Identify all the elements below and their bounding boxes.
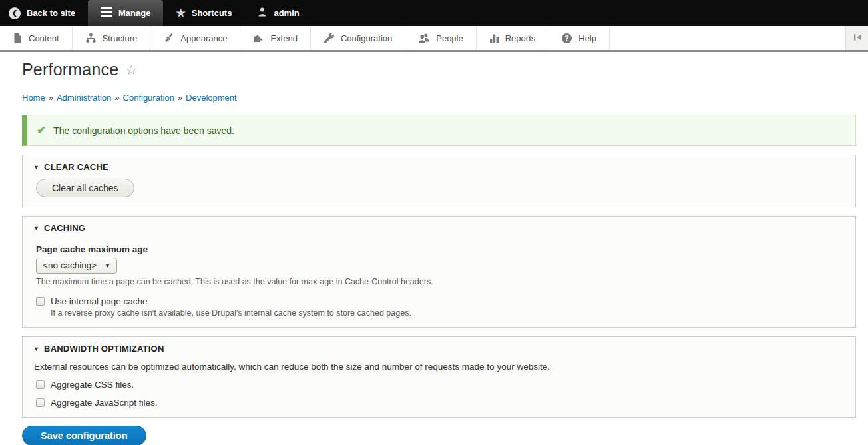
- caching-title: CACHING: [44, 223, 85, 233]
- aggregate-js-checkbox[interactable]: [36, 398, 45, 407]
- menu-label: Reports: [505, 33, 536, 43]
- page-title: Performance: [22, 60, 118, 79]
- clear-cache-summary[interactable]: ▼ CLEAR CACHE: [33, 162, 845, 172]
- clear-cache-section: ▼ CLEAR CACHE Clear all caches: [22, 155, 856, 207]
- menu-item-reports[interactable]: Reports: [477, 26, 549, 50]
- shortcuts-tab[interactable]: ★ Shortcuts: [163, 0, 244, 26]
- clear-cache-title: CLEAR CACHE: [44, 162, 108, 172]
- caching-summary[interactable]: ▼ CACHING: [33, 223, 845, 233]
- admin-user-tab[interactable]: admin: [244, 0, 312, 26]
- admin-label: admin: [274, 8, 299, 18]
- page-cache-max-age-description: The maximum time a page can be cached. T…: [36, 277, 845, 286]
- menu-item-help[interactable]: ? Help: [548, 26, 610, 50]
- shortcut-star-icon[interactable]: ☆: [125, 62, 137, 78]
- menu-bar-spacer: [610, 26, 845, 50]
- save-configuration-button[interactable]: Save configuration: [22, 426, 146, 445]
- breadcrumb-separator: »: [178, 93, 182, 103]
- star-icon: ★: [176, 8, 185, 19]
- document-icon: [13, 33, 23, 43]
- menu-label: Appearance: [180, 33, 227, 43]
- breadcrumb-development[interactable]: Development: [186, 93, 237, 103]
- use-internal-page-cache-description: If a reverse proxy cache isn't available…: [51, 308, 845, 318]
- breadcrumb: Home»Administration»Configuration»Develo…: [22, 93, 856, 103]
- menu-item-people[interactable]: People: [405, 26, 476, 50]
- menu-item-extend[interactable]: Extend: [240, 26, 310, 50]
- chevron-down-icon: ▼: [33, 225, 39, 232]
- breadcrumb-configuration[interactable]: Configuration: [123, 93, 174, 103]
- back-to-site-label: Back to site: [27, 8, 75, 18]
- select-value: <no caching>: [43, 260, 97, 270]
- back-to-site-link[interactable]: ❮ Back to site: [0, 0, 88, 26]
- question-icon: ?: [561, 33, 572, 44]
- bandwidth-optimization-description: External resources can be optimized auto…: [34, 362, 845, 372]
- aggregate-js-label[interactable]: Aggregate JavaScript files.: [51, 398, 158, 408]
- breadcrumb-separator: »: [49, 93, 53, 103]
- admin-menu-bar: Content Structure Appearance Extend: [0, 26, 868, 52]
- wrench-icon: [324, 33, 335, 43]
- bar-chart-icon: [489, 33, 499, 43]
- status-message-text: The configuration options have been save…: [53, 125, 234, 136]
- breadcrumb-administration[interactable]: Administration: [57, 93, 111, 103]
- page-cache-max-age-select[interactable]: <no caching> ▼: [36, 258, 117, 274]
- caret-down-icon: ▼: [105, 262, 110, 269]
- use-internal-page-cache-checkbox[interactable]: [36, 297, 45, 306]
- manage-label: Manage: [118, 8, 150, 18]
- chevron-down-icon: ▼: [33, 346, 39, 352]
- toolbar-orientation-toggle[interactable]: [845, 26, 868, 50]
- menu-label: People: [436, 33, 463, 43]
- aggregate-css-label[interactable]: Aggregate CSS files.: [51, 380, 134, 390]
- shortcuts-label: Shortcuts: [192, 8, 232, 18]
- hamburger-icon: [101, 7, 112, 19]
- menu-label: Structure: [103, 33, 138, 43]
- menu-label: Content: [29, 33, 59, 43]
- page-content: Performance ☆ Home»Administration»Config…: [0, 60, 868, 445]
- toolbar-collapse-icon: [852, 32, 863, 45]
- breadcrumb-separator: »: [114, 93, 119, 103]
- puzzle-icon: [253, 33, 264, 43]
- menu-item-structure[interactable]: Structure: [73, 26, 151, 50]
- menu-label: Extend: [270, 33, 297, 43]
- menu-item-appearance[interactable]: Appearance: [150, 26, 240, 50]
- caching-section: ▼ CACHING Page cache maximum age <no cac…: [22, 216, 856, 328]
- checkmark-icon: ✔: [37, 123, 46, 137]
- bandwidth-optimization-section: ▼ BANDWIDTH OPTIMIZATION External resour…: [22, 336, 856, 418]
- paintbrush-icon: [163, 33, 174, 43]
- back-arrow-icon: ❮: [9, 7, 21, 19]
- menu-label: Help: [578, 33, 596, 43]
- svg-text:?: ?: [565, 34, 569, 42]
- aggregate-css-checkbox[interactable]: [36, 380, 45, 389]
- admin-toolbar: ❮ Back to site Manage ★ Shortcuts admin: [0, 0, 868, 26]
- use-internal-page-cache-label[interactable]: Use internal page cache: [51, 296, 148, 306]
- manage-tab[interactable]: Manage: [88, 0, 163, 26]
- user-icon: [257, 7, 268, 19]
- sitemap-icon: [85, 33, 97, 43]
- page-cache-max-age-label: Page cache maximum age: [36, 244, 845, 254]
- clear-all-caches-button[interactable]: Clear all caches: [36, 179, 134, 197]
- people-icon: [418, 33, 430, 43]
- menu-item-configuration[interactable]: Configuration: [311, 26, 405, 50]
- bandwidth-optimization-summary[interactable]: ▼ BANDWIDTH OPTIMIZATION: [33, 344, 845, 354]
- menu-item-content[interactable]: Content: [0, 26, 73, 50]
- chevron-down-icon: ▼: [33, 164, 39, 171]
- breadcrumb-home[interactable]: Home: [22, 93, 45, 103]
- status-message: ✔ The configuration options have been sa…: [22, 115, 856, 146]
- menu-label: Configuration: [341, 33, 392, 43]
- bandwidth-optimization-title: BANDWIDTH OPTIMIZATION: [44, 344, 164, 354]
